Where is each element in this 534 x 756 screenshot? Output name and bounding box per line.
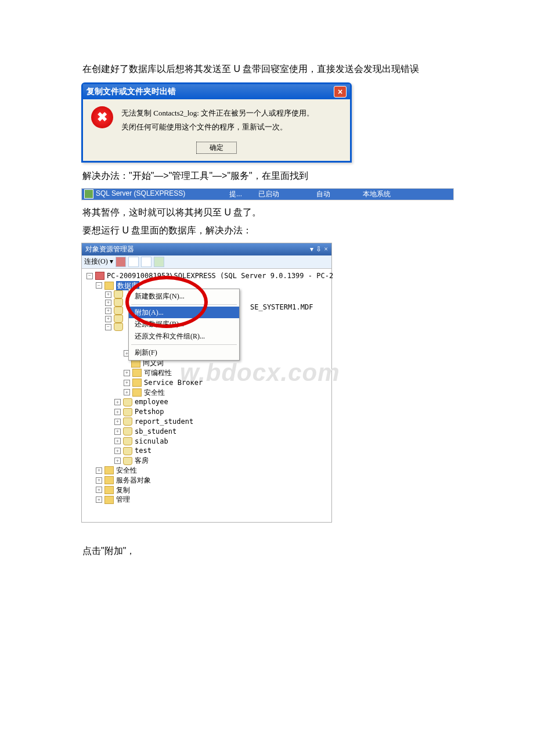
db-icon [123,457,132,465]
server-node[interactable]: PC-200910081953\SQLEXPRESS (SQL Server 9… [107,271,333,281]
folder-icon [104,486,114,494]
context-menu: 新建数据库(N)... 附加(A)... 还原数据库(R)... 还原文件和文件… [128,289,240,361]
object-explorer-panel: 对象资源管理器 ▾ ⇩ × 连接(O) ▾ −PC-200910081953\S… [81,243,332,523]
service-logon: 本地系统 [363,189,391,199]
node-petshop[interactable]: Petshop [135,407,164,417]
dialog-message-1: 无法复制 Contacts2_log: 文件正在被另一个人或程序使用。 [121,106,314,121]
node-security-inner[interactable]: 安全性 [144,388,165,398]
paragraph-pause: 将其暂停，这时就可以将其拷贝至 U 盘了。 [64,205,499,220]
service-status: 已启动 [258,189,316,199]
node-prog[interactable]: 可编程性 [144,368,172,378]
service-name: SQL Server (SQLEXPRESS) [96,189,229,199]
node-report[interactable]: report_student [135,417,193,427]
node-serverobj[interactable]: 服务器对象 [116,476,151,485]
node-security[interactable]: 安全性 [116,466,137,476]
panel-close-icon[interactable]: × [324,245,328,254]
node-broker[interactable]: Service Broker [144,378,203,388]
dialog-message-2: 关闭任何可能使用这个文件的程序，重新试一次。 [121,120,314,135]
db-icon [123,417,132,426]
folder-icon [104,496,114,504]
dialog-ok-button[interactable]: 确定 [196,142,237,154]
folder-icon [132,379,142,387]
db-icon [114,307,123,315]
folder-icon [104,466,114,474]
ctx-attach[interactable]: 附加(A)... [129,307,239,319]
folder-icon [132,369,142,377]
dialog-title: 复制文件或文件夹时出错 [86,87,176,97]
dialog-close-button[interactable]: × [334,86,347,98]
side-file-label: SE_SYSTERM1.MDF [250,303,313,312]
db-icon [123,427,132,435]
db-icon [123,447,132,455]
db-icon [114,298,123,307]
service-icon [84,189,93,199]
object-tree: −PC-200910081953\SQLEXPRESS (SQL Server … [82,269,331,522]
db-icon [123,398,132,406]
panel-dropdown-icon[interactable]: ▾ [310,245,313,254]
service-startup: 自动 [316,189,363,199]
object-explorer-titlebar: 对象资源管理器 ▾ ⇩ × [82,243,331,255]
db-icon [123,437,132,445]
db-icon [114,290,123,298]
toolbar-button-2[interactable] [128,257,139,267]
toolbar-button-1[interactable] [116,257,126,267]
node-sb[interactable]: sb_student [135,427,176,437]
intro-paragraph: 在创建好了数据库以后想将其发送至 U 盘带回寝室使用，直接发送会发现出现错误 [64,62,499,77]
node-room[interactable]: 客房 [135,456,149,466]
folder-icon [132,388,142,397]
folder-icon [104,476,114,484]
error-dialog: 复制文件或文件夹时出错 × ✖ 无法复制 Contacts2_log: 文件正在… [81,82,352,163]
solution-paragraph-1: 解决办法："开始"—>"管理工具"—>"服务"，在里面找到 [64,168,499,183]
node-replication[interactable]: 复制 [116,485,130,495]
ctx-restore-files[interactable]: 还原文件和文件组(R)... [129,330,239,343]
toolbar-button-4[interactable] [154,257,164,267]
paragraph-run-usb: 要想运行 U 盘里面的数据库，解决办法： [64,223,499,238]
service-desc: 提... [229,189,258,199]
ctx-new-database[interactable]: 新建数据库(N)... [129,290,239,303]
server-icon [95,272,104,280]
object-explorer-toolbar: 连接(O) ▾ [82,255,331,269]
db-icon [114,323,123,331]
ctx-refresh[interactable]: 刷新(F) [129,347,239,359]
dialog-titlebar: 复制文件或文件夹时出错 × [83,84,350,99]
services-list: SQL Server (SQLEXPRESS) 提... 已启动 自动 本地系统 [81,188,454,200]
node-management[interactable]: 管理 [116,495,130,505]
toolbar-button-3[interactable] [141,257,151,267]
db-icon [114,315,123,323]
object-explorer-title: 对象资源管理器 [85,244,134,254]
connect-button[interactable]: 连接(O) ▾ [84,257,113,267]
node-test[interactable]: test [135,446,151,456]
db-icon [123,408,132,416]
node-employee[interactable]: employee [135,397,168,407]
folder-icon [104,282,114,290]
node-sicnulab[interactable]: sicnulab [135,437,168,447]
service-row-selected[interactable]: SQL Server (SQLEXPRESS) 提... 已启动 自动 本地系统 [82,189,453,200]
panel-pin-icon[interactable]: ⇩ [316,245,322,254]
error-icon: ✖ [91,106,113,128]
paragraph-click-attach: 点击"附加"， [64,543,499,559]
ctx-restore-db[interactable]: 还原数据库(R)... [129,318,239,330]
